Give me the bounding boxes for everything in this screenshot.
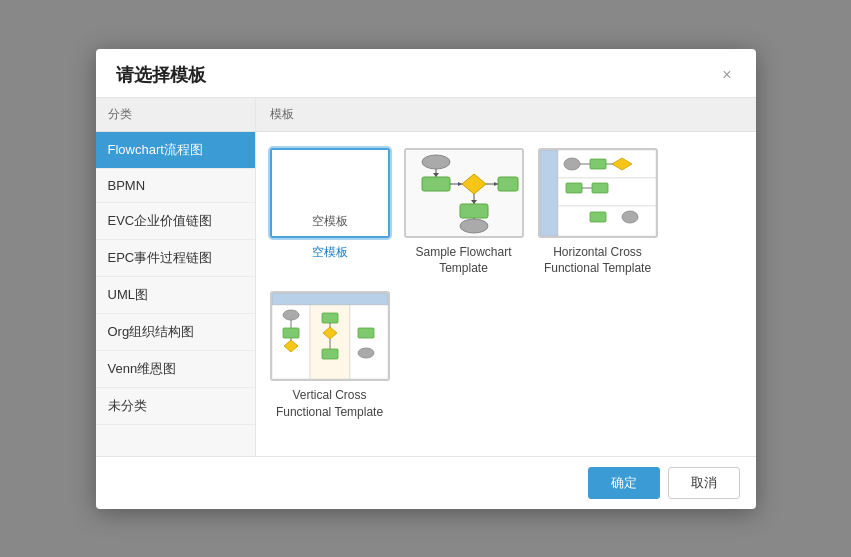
- dialog-header: 请选择模板 ×: [96, 49, 756, 98]
- main-panel: 模板 空模板 空模板: [256, 98, 756, 456]
- svg-rect-41: [322, 313, 338, 323]
- svg-rect-38: [283, 328, 299, 338]
- svg-point-30: [622, 211, 638, 223]
- template-vertical-thumb: [270, 291, 390, 381]
- template-vertical[interactable]: Vertical Cross Functional Template: [270, 291, 390, 421]
- confirm-button[interactable]: 确定: [588, 467, 660, 499]
- sidebar-header: 分类: [96, 98, 255, 132]
- empty-thumb-label: 空模板: [312, 213, 348, 230]
- svg-point-15: [460, 219, 488, 233]
- template-vertical-label: Vertical Cross Functional Template: [270, 387, 390, 421]
- template-empty-thumb: 空模板: [270, 148, 390, 238]
- template-horizontal-thumb: [538, 148, 658, 238]
- sidebar-item-venn[interactable]: Venn维恩图: [96, 351, 255, 388]
- sidebar-item-flowchart[interactable]: Flowchart流程图: [96, 132, 255, 169]
- sidebar-item-other[interactable]: 未分类: [96, 388, 255, 425]
- svg-rect-23: [590, 159, 606, 169]
- svg-rect-46: [358, 328, 374, 338]
- sidebar-item-bpmn[interactable]: BPMN: [96, 169, 255, 203]
- templates-header: 模板: [256, 98, 756, 132]
- template-sample-thumb: [404, 148, 524, 238]
- svg-point-21: [564, 158, 580, 170]
- svg-point-1: [422, 155, 450, 169]
- svg-rect-32: [272, 293, 388, 305]
- template-sample[interactable]: Sample Flowchart Template: [404, 148, 524, 278]
- svg-rect-28: [592, 183, 608, 193]
- template-dialog: 请选择模板 × 分类 Flowchart流程图 BPMN EVC企业价值链图 E…: [96, 49, 756, 509]
- sidebar-item-epc[interactable]: EPC事件过程链图: [96, 240, 255, 277]
- template-horizontal-label: Horizontal Cross Functional Template: [538, 244, 658, 278]
- sidebar-item-org[interactable]: Org组织结构图: [96, 314, 255, 351]
- sample-flowchart-svg: [406, 150, 522, 236]
- svg-rect-26: [566, 183, 582, 193]
- cancel-button[interactable]: 取消: [668, 467, 740, 499]
- vertical-svg: [272, 293, 388, 379]
- svg-rect-20: [558, 206, 656, 236]
- close-button[interactable]: ×: [718, 65, 735, 85]
- svg-rect-4: [422, 177, 450, 191]
- svg-rect-45: [322, 349, 338, 359]
- template-horizontal[interactable]: Horizontal Cross Functional Template: [538, 148, 658, 278]
- empty-thumb-content: 空模板: [272, 150, 388, 236]
- svg-rect-17: [540, 150, 558, 236]
- svg-rect-10: [498, 177, 518, 191]
- svg-rect-29: [590, 212, 606, 222]
- sidebar-item-evc[interactable]: EVC企业价值链图: [96, 203, 255, 240]
- svg-rect-35: [350, 305, 388, 379]
- horizontal-svg: [540, 150, 656, 236]
- sidebar: 分类 Flowchart流程图 BPMN EVC企业价值链图 EPC事件过程链图…: [96, 98, 256, 456]
- svg-point-36: [283, 310, 299, 320]
- template-empty-label: 空模板: [312, 244, 348, 261]
- dialog-body: 分类 Flowchart流程图 BPMN EVC企业价值链图 EPC事件过程链图…: [96, 98, 756, 456]
- sidebar-item-uml[interactable]: UML图: [96, 277, 255, 314]
- template-empty[interactable]: 空模板 空模板: [270, 148, 390, 278]
- svg-rect-13: [460, 204, 488, 218]
- svg-point-47: [358, 348, 374, 358]
- template-sample-label: Sample Flowchart Template: [404, 244, 524, 278]
- dialog-footer: 确定 取消: [96, 456, 756, 509]
- templates-grid: 空模板 空模板: [256, 132, 756, 456]
- dialog-title: 请选择模板: [116, 63, 206, 87]
